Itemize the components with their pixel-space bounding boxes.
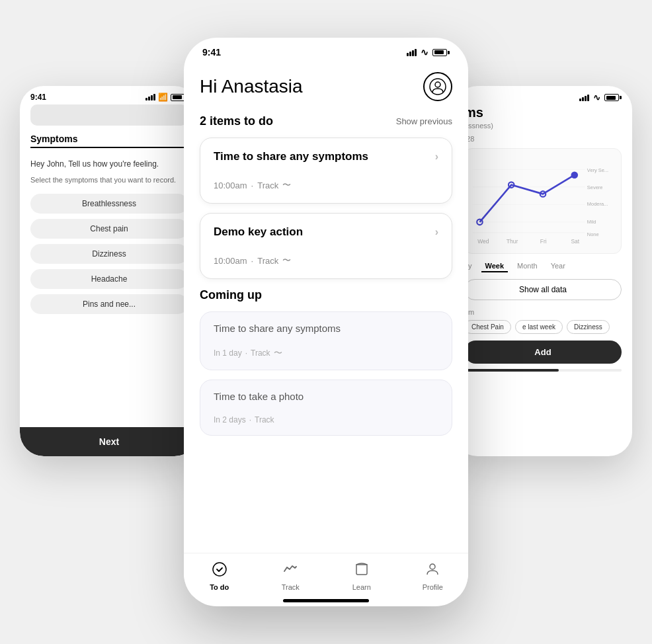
tab-year[interactable]: Year [547, 261, 569, 272]
right-wifi-icon: ∿ [593, 93, 600, 102]
tag-last-week[interactable]: e last week [515, 320, 563, 334]
pulse-icon-2: 〜 [282, 255, 291, 266]
todo-section-header: 2 items to do Show previous [200, 114, 452, 128]
time-tabs: y Week Month Year [464, 261, 622, 272]
action-2-meta: 10:00am · Track 〜 [214, 255, 438, 266]
svg-point-21 [430, 564, 435, 569]
svg-point-8 [571, 171, 578, 179]
chevron-icon-2: › [435, 226, 438, 238]
action-1-meta: 10:00am · Track 〜 [214, 179, 438, 191]
svg-text:Thur: Thur [507, 238, 518, 245]
center-greeting: Hi Anastasia [200, 76, 303, 97]
action-2-title: Demo key action › [214, 225, 438, 239]
svg-text:Modera...: Modera... [587, 201, 608, 207]
chart-svg: Wed Thur Fri Sat Very Se... Severe Moder… [471, 155, 614, 247]
learn-icon [354, 561, 370, 581]
left-status-icons: 📶 [145, 93, 188, 102]
svg-text:Wed: Wed [477, 238, 489, 245]
action-card-2[interactable]: Demo key action › 10:00am · Track 〜 [200, 213, 452, 279]
tab-week[interactable]: Week [481, 261, 509, 272]
tab-month[interactable]: Month [513, 261, 542, 272]
symptom-pins[interactable]: Pins and nee... [30, 294, 188, 314]
center-status-bar: 9:41 ∿ [184, 38, 468, 61]
chevron-icon-1: › [435, 151, 438, 163]
search-bar[interactable] [30, 104, 188, 126]
coming-card-1[interactable]: Time to share any symptoms In 1 day · Tr… [200, 311, 452, 370]
center-wifi-icon: ∿ [421, 47, 428, 58]
symptom-chest-pain[interactable]: Chest pain [30, 219, 188, 239]
show-previous-link[interactable]: Show previous [396, 116, 452, 126]
signal-icon [145, 94, 155, 101]
coming-up-title: Coming up [200, 288, 452, 302]
bottom-nav: To do Track Learn [184, 553, 468, 596]
left-time: 9:41 [30, 93, 46, 102]
nav-todo[interactable]: To do [200, 561, 239, 591]
svg-text:Mild: Mild [587, 219, 596, 225]
profile-label: Profile [423, 583, 443, 591]
tag-dizziness[interactable]: Dizziness [567, 320, 610, 334]
center-scroll-content[interactable]: Hi Anastasia 2 items to do Show previous… [184, 61, 468, 553]
track-label: Track [282, 583, 300, 591]
pulse-icon-3: 〜 [274, 347, 282, 359]
left-status-bar: 9:41 📶 [20, 86, 198, 104]
symptom-dizziness[interactable]: Dizziness [30, 244, 188, 264]
svg-text:Sat: Sat [571, 238, 579, 245]
coming-2-meta: In 2 days · Track [214, 415, 438, 424]
tag-chest-pain[interactable]: Chest Pain [464, 320, 511, 334]
wifi-icon: 📶 [158, 93, 168, 102]
center-status-icons: ∿ [407, 47, 450, 58]
coming-card-2[interactable]: Time to take a photo In 2 days · Track [200, 380, 452, 436]
svg-text:Fri: Fri [540, 238, 547, 245]
nav-profile[interactable]: Profile [413, 561, 452, 591]
coming-1-title: Time to share any symptoms [214, 323, 438, 334]
from-label: om [464, 308, 622, 316]
left-content: Symptoms Hey John, Tell us how you're fe… [20, 104, 198, 314]
right-status-bar: ∿ [454, 86, 632, 105]
center-signal-icon [407, 49, 417, 56]
center-battery-icon [432, 49, 450, 56]
avatar-icon[interactable] [423, 72, 452, 101]
right-signal-icon [579, 95, 589, 101]
todo-icon [212, 561, 227, 581]
show-all-button[interactable]: Show all data [464, 279, 622, 300]
progress-fill [464, 369, 559, 372]
nav-track[interactable]: Track [270, 561, 310, 591]
tab-symptoms[interactable]: Symptoms [30, 134, 78, 144]
coming-1-meta: In 1 day · Track 〜 [214, 347, 438, 359]
todo-label: To do [210, 583, 229, 591]
tab-row: Symptoms [30, 134, 188, 148]
right-time-label: :28 [464, 135, 622, 143]
right-title: ms [464, 105, 622, 120]
svg-point-19 [435, 82, 440, 87]
profile-icon [425, 561, 440, 581]
nav-learn[interactable]: Learn [342, 561, 382, 591]
pulse-icon-1: 〜 [282, 179, 291, 191]
next-button[interactable]: Next [20, 427, 198, 456]
left-phone: 9:41 📶 Symptoms Hey John, Tell us how yo… [20, 86, 198, 456]
todo-count: 2 items to do [200, 114, 273, 128]
coming-2-title: Time to take a photo [214, 391, 438, 402]
right-battery-icon [604, 94, 622, 101]
right-content: ms essness) :28 Wed Thur Fri [454, 105, 632, 456]
action-1-title: Time to share any symptoms › [214, 150, 438, 163]
center-header: Hi Anastasia [200, 72, 452, 101]
svg-point-20 [213, 563, 226, 576]
right-subtitle: essness) [464, 122, 622, 130]
learn-label: Learn [352, 583, 371, 591]
progress-bar [464, 369, 622, 372]
svg-text:Very Se...: Very Se... [587, 167, 608, 173]
home-indicator [283, 599, 369, 602]
action-card-1[interactable]: Time to share any symptoms › 10:00am · T… [200, 138, 452, 204]
select-text: Select the symptoms that you want to rec… [30, 175, 188, 184]
svg-text:None: None [587, 231, 599, 237]
track-icon [282, 561, 298, 581]
right-phone: ∿ ms essness) :28 [454, 86, 632, 456]
center-phone: 9:41 ∿ Hi Anastasia [184, 38, 468, 606]
tags-row: Chest Pain e last week Dizziness [464, 320, 622, 334]
symptom-breathlessness[interactable]: Breathlessness [30, 194, 188, 214]
greeting-text: Hey John, Tell us how you're feeling. [30, 159, 188, 170]
symptom-headache[interactable]: Headache [30, 269, 188, 289]
center-time: 9:41 [202, 47, 221, 58]
svg-text:Severe: Severe [587, 184, 603, 190]
add-button[interactable]: Add [464, 341, 622, 364]
